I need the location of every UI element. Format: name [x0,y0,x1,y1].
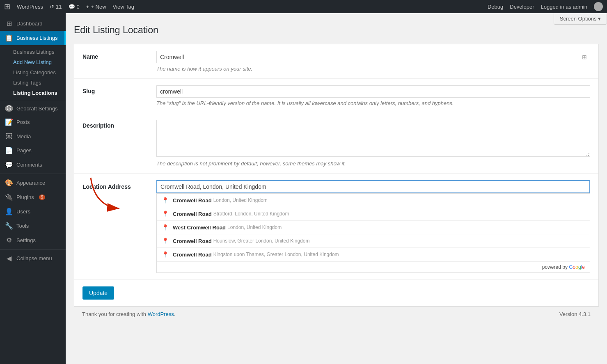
slug-label: Slug [82,85,148,94]
description-row: Description The description is not promi… [74,113,598,174]
sidebar-collapse[interactable]: ◀ Collapse menu [0,251,66,266]
avatar [594,2,603,11]
comments-icon: 💬 [5,161,13,169]
developer-link[interactable]: Developer [510,4,534,10]
autocomplete-main-4: Cromwell Road [173,252,212,258]
wordpress-link[interactable]: WordPress [148,311,174,317]
updates-count[interactable]: ↺ 11 [50,4,62,10]
sidebar-sub-business-listings[interactable]: Business Listings [0,47,66,57]
footer-left: Thank you for creating with WordPress. [82,311,175,317]
name-label: Name [82,51,148,60]
sidebar: ⊞ Dashboard 📋 Business Listings Business… [0,13,66,364]
description-textarea[interactable] [156,120,590,157]
location-label: Location Address [82,180,148,190]
location-row: Location Address 📍 Cromwell Road London,… [74,174,598,280]
main-content: Screen Options ▾ Edit Listing Location N… [66,13,607,364]
location-address-input[interactable] [156,180,590,193]
pages-icon: 📄 [5,147,13,154]
sidebar-item-comments[interactable]: 💬 Comments [0,158,66,172]
sidebar-sub-listing-categories[interactable]: Listing Categories [0,67,66,78]
admin-bar: ⊞ WordPress ↺ 11 💬 0 + + New View Tag De… [0,0,607,13]
autocomplete-item[interactable]: 📍 West Cromwell Road London, United King… [157,221,590,234]
screen-options-button[interactable]: Screen Options ▾ [554,13,607,25]
plugins-badge: 9 [39,195,46,200]
autocomplete-sub-2: London, United Kingdom [227,224,282,230]
name-hint: The name is how it appears on your site. [156,66,590,72]
autocomplete-main-0: Cromwell Road [173,197,212,204]
sidebar-item-users[interactable]: 👤 Users [0,204,66,219]
sidebar-item-appearance[interactable]: 🎨 Appearance [0,176,66,190]
autocomplete-item[interactable]: 📍 Cromwell Road Kingston upon Thames, Gr… [157,248,590,261]
edit-icon: ⊞ [582,54,587,60]
name-row: Name ⊞ The name is how it appears on you… [74,44,598,79]
name-input[interactable] [156,51,590,63]
autocomplete-sub-3: Hounslow, Greater London, United Kingdom [213,238,310,244]
geocraft-icon: G [5,105,13,112]
description-label: Description [82,120,148,129]
powered-by-google: powered by Google [157,261,590,272]
pin-icon: 📍 [162,251,169,258]
comments-count[interactable]: 💬 0 [69,4,80,10]
posts-icon: 📝 [5,118,13,126]
plugins-icon: 🔌 [5,193,13,201]
sidebar-item-media[interactable]: 🖼 Media [0,129,66,143]
sidebar-item-tools[interactable]: 🔧 Tools [0,219,66,233]
screen-options-bar: Screen Options ▾ [554,13,607,25]
autocomplete-sub-1: Stratford, London, United Kingdom [213,211,289,217]
page-title: Edit Listing Location [74,25,599,36]
wp-logo[interactable]: ⊞ [4,2,10,11]
sidebar-item-geocraft[interactable]: G Geocraft Settings [0,102,66,115]
listings-icon: 📋 [5,34,13,42]
media-icon: 🖼 [5,133,13,140]
users-icon: 👤 [5,208,13,215]
autocomplete-item[interactable]: 📍 Cromwell Road Stratford, London, Unite… [157,207,590,221]
slug-row: Slug The "slug" is the URL-friendly vers… [74,79,598,113]
autocomplete-main-3: Cromwell Road [173,238,212,244]
view-tag[interactable]: View Tag [113,4,134,10]
logged-in-label: Logged in as admin [541,4,587,10]
sidebar-sub-listing-locations[interactable]: Listing Locations [0,88,66,98]
red-arrow [78,174,144,215]
debug-link[interactable]: Debug [488,4,503,10]
edit-form: Name ⊞ The name is how it appears on you… [74,44,599,307]
sidebar-item-dashboard[interactable]: ⊞ Dashboard [0,16,66,31]
site-name[interactable]: WordPress [17,4,43,10]
autocomplete-sub-4: Kingston upon Thames, Greater London, Un… [213,252,339,257]
pin-icon: 📍 [162,224,169,231]
pin-icon: 📍 [162,211,169,217]
autocomplete-item[interactable]: 📍 Cromwell Road London, United Kingdom [157,194,590,207]
appearance-icon: 🎨 [5,179,13,187]
pin-icon: 📍 [162,197,169,204]
sidebar-sub-add-new[interactable]: Add New Listing [0,57,66,67]
footer-version: Version 4.3.1 [559,311,591,317]
sidebar-item-posts[interactable]: 📝 Posts [0,115,66,129]
sidebar-item-settings[interactable]: ⚙ Settings [0,233,66,247]
action-row: Update [74,280,598,306]
description-hint: The description is not prominent by defa… [156,160,590,167]
settings-icon: ⚙ [5,236,13,244]
autocomplete-sub-0: London, United Kingdom [213,197,268,203]
slug-hint: The "slug" is the URL-friendly version o… [156,100,590,106]
sidebar-item-pages[interactable]: 📄 Pages [0,143,66,158]
autocomplete-dropdown: 📍 Cromwell Road London, United Kingdom 📍… [156,193,590,273]
footer: Thank you for creating with WordPress. V… [74,307,599,321]
pin-icon: 📍 [162,238,169,244]
sidebar-item-business-listings[interactable]: 📋 Business Listings [0,31,66,45]
new-content[interactable]: + + New [86,4,106,10]
sidebar-item-plugins[interactable]: 🔌 Plugins 9 [0,190,66,204]
update-button[interactable]: Update [82,286,114,300]
slug-input[interactable] [156,85,590,98]
autocomplete-main-1: Cromwell Road [173,211,212,217]
tools-icon: 🔧 [5,222,13,230]
collapse-icon: ◀ [5,254,13,262]
autocomplete-main-2: West Cromwell Road [173,224,226,231]
autocomplete-item[interactable]: 📍 Cromwell Road Hounslow, Greater London… [157,234,590,248]
dashboard-icon: ⊞ [5,20,13,27]
sidebar-sub-listing-tags[interactable]: Listing Tags [0,78,66,88]
